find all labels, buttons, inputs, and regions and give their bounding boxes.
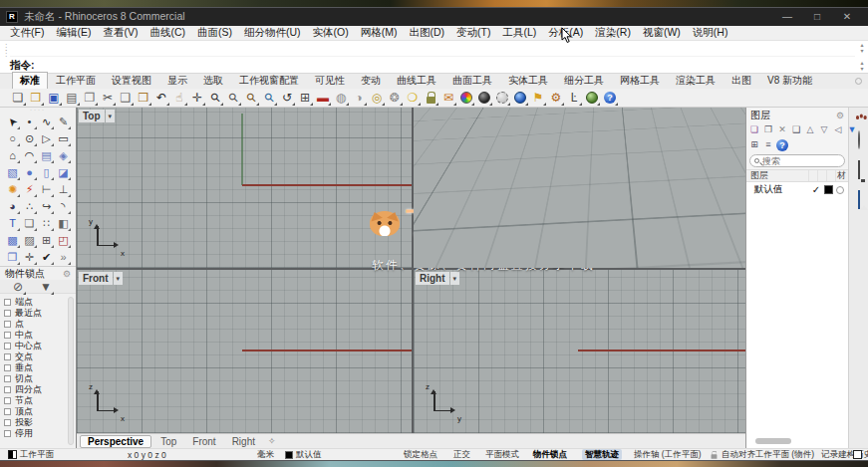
layers-horizontal-scrollbar[interactable] <box>755 438 791 444</box>
osnap-filter-icon[interactable]: ▼ <box>38 279 54 295</box>
layout-icon[interactable]: ❐ <box>4 249 21 266</box>
new-file-icon[interactable]: ❏ <box>10 90 26 106</box>
color-wheel-icon[interactable] <box>458 90 474 106</box>
boolean-icon[interactable]: ◕ <box>4 198 21 215</box>
mail-icon[interactable]: ✉ <box>440 90 456 106</box>
car-icon[interactable]: ▬ <box>315 90 331 106</box>
cylinder-icon[interactable]: ▯ <box>38 164 55 181</box>
coordinates[interactable]: x 0 y 0 z 0 <box>128 449 166 460</box>
osnap-checkbox-intersection[interactable] <box>4 353 11 360</box>
trim-icon[interactable]: ⚡ <box>21 181 38 198</box>
duplicate-layer-icon[interactable]: ❑ <box>790 123 802 136</box>
osnap-item-disable[interactable]: 停用 <box>4 428 76 439</box>
list-view-icon[interactable]: ≡ <box>762 138 774 151</box>
osnap-checkbox-vertex[interactable] <box>4 408 11 415</box>
osnap-checkbox-end[interactable] <box>4 299 11 306</box>
columns-icon[interactable]: ⊞ <box>748 138 760 151</box>
menu-drafting[interactable]: 出图(D) <box>404 26 451 40</box>
menu-tools[interactable]: 工具(L) <box>497 26 543 40</box>
ortho[interactable]: 正交 <box>453 449 470 460</box>
selection-filter[interactable] <box>853 449 862 460</box>
polyline-icon[interactable]: ⌂ <box>4 147 21 164</box>
active-layer[interactable]: 默认值 <box>285 449 322 460</box>
menu-help[interactable]: 说明(H) <box>687 26 734 40</box>
rotate-view-icon[interactable]: ↺ <box>279 90 295 106</box>
gumball-icon[interactable]: ✛ <box>21 249 38 266</box>
point-icon[interactable]: • <box>21 114 38 130</box>
grid-snap[interactable]: 锁定格点 <box>404 449 437 460</box>
osnap-checkbox-center[interactable] <box>4 343 11 350</box>
copy-object-icon[interactable]: ❏ <box>21 215 38 232</box>
point-cloud-icon[interactable]: ∴ <box>21 198 38 215</box>
menu-edit[interactable]: 编辑(E) <box>50 26 97 40</box>
print-icon[interactable]: ▤ <box>64 90 80 106</box>
command-scrollbar[interactable]: ▴▾ ▴▾ <box>857 42 867 72</box>
lock-icon[interactable] <box>423 90 438 106</box>
layer-filter-icon[interactable]: ▼ <box>846 123 858 136</box>
extrude-icon[interactable]: ◪ <box>55 164 72 181</box>
script-icon[interactable]: Ŀ <box>566 90 582 106</box>
link-icon[interactable]: ◎ <box>369 90 385 106</box>
layer-color-swatch[interactable] <box>824 185 833 194</box>
viewport-layout-icon[interactable]: ⊞ <box>297 90 313 106</box>
front-viewport-menu-icon[interactable] <box>114 272 124 285</box>
osnap-scrollbar[interactable] <box>68 297 74 445</box>
control-point-curve-icon[interactable]: ✎ <box>55 114 72 130</box>
zoom-icon[interactable]: ⚲ <box>207 90 223 106</box>
right-viewport-menu-icon[interactable] <box>450 272 460 285</box>
osnap-checkbox-disable[interactable] <box>4 430 11 437</box>
osnap-checkbox-quadrant[interactable] <box>4 386 11 393</box>
array-icon[interactable]: ∷ <box>38 215 55 232</box>
help-icon[interactable]: ? <box>602 90 618 106</box>
explode-icon[interactable]: ✺ <box>4 181 21 198</box>
fillet-icon[interactable]: ◝ <box>55 198 72 215</box>
osnap-checkbox-tangent[interactable] <box>4 375 11 382</box>
osnap-checkbox-project[interactable] <box>4 419 11 426</box>
perspective-viewport[interactable]: Perspective <box>414 108 745 268</box>
cut-icon[interactable]: ✂ <box>100 90 116 106</box>
toolbar-tab-select[interactable]: 选取 <box>195 72 231 89</box>
osnap-checkbox-knot[interactable] <box>4 397 11 404</box>
right-viewport-title[interactable]: Right <box>416 272 449 285</box>
delete-layer-icon[interactable]: ✕ <box>776 123 788 136</box>
earth-render-icon[interactable] <box>584 90 600 106</box>
menu-surface[interactable]: 曲面(S) <box>191 26 238 40</box>
layer-row-default[interactable]: 默认值 ✓ <box>746 182 848 197</box>
toolbar-tab-surface-tools[interactable]: 曲面工具 <box>444 72 500 89</box>
toolbar-tab-v8-new[interactable]: V8 新功能 <box>759 72 820 89</box>
layer-search-box[interactable] <box>749 154 845 167</box>
toolbar-tab-set-view[interactable]: 设置视图 <box>104 72 159 89</box>
menu-file[interactable]: 文件(F) <box>4 26 50 40</box>
osnap-disable-all-icon[interactable]: ⊘ <box>10 279 26 295</box>
gumball[interactable]: 操作轴 (工作平面) <box>634 449 702 460</box>
menu-solid[interactable]: 实体(O) <box>307 26 355 40</box>
export-icon[interactable]: ❐ <box>82 90 98 106</box>
surface-icon[interactable]: ▤ <box>38 147 55 164</box>
text-icon[interactable]: T <box>4 215 21 232</box>
perspective-viewport-title[interactable]: Perspective <box>416 110 479 122</box>
toolbar-tab-transform[interactable]: 变动 <box>353 72 389 89</box>
toolbar-options-icon[interactable] <box>855 78 862 85</box>
join-icon[interactable]: ⊥ <box>55 181 72 198</box>
render-dark-sphere-icon[interactable] <box>476 90 492 106</box>
toolbar-tab-curve-tools[interactable]: 曲线工具 <box>389 72 444 89</box>
select-icon[interactable]: ➤ <box>4 114 21 130</box>
menu-render[interactable]: 渲染(R) <box>589 26 637 40</box>
front-viewport-label[interactable]: Front <box>79 272 123 285</box>
layer-material-icon[interactable] <box>836 186 844 194</box>
layer-name[interactable]: 默认值 <box>746 183 808 196</box>
perspective-viewport-menu-icon[interactable] <box>480 110 490 122</box>
polygon-icon[interactable]: ▷ <box>38 130 55 147</box>
command-prompt[interactable]: 指令: <box>10 58 855 73</box>
tab-panel-monitor[interactable] <box>858 161 860 179</box>
top-viewport[interactable]: Top y x <box>77 108 412 268</box>
zoom-dynamic-icon[interactable]: ⚲ <box>243 90 259 106</box>
render-blue-sphere-icon[interactable] <box>512 90 528 106</box>
planar[interactable]: 平面模式 <box>485 449 519 460</box>
toolbar-tab-render-tools[interactable]: 渲染工具 <box>668 72 723 89</box>
patch-icon[interactable]: ◈ <box>55 147 72 164</box>
maximize-button[interactable]: □ <box>802 8 832 26</box>
box-icon[interactable]: ▧ <box>4 164 21 181</box>
right-viewport[interactable]: Right z y <box>414 270 745 433</box>
front-viewport[interactable]: Front z x <box>77 270 412 433</box>
